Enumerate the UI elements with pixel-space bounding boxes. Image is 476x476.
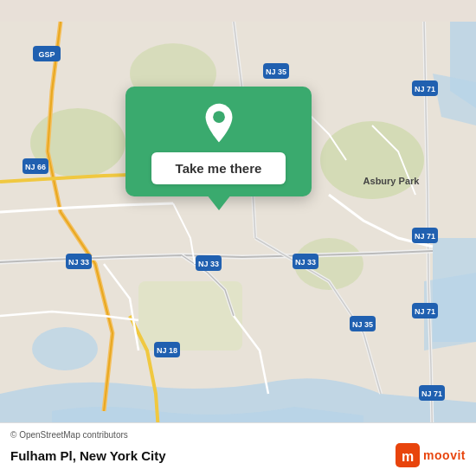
svg-point-5 xyxy=(320,121,424,199)
moovit-brand-name: moovit xyxy=(423,448,466,462)
svg-text:NJ 35: NJ 35 xyxy=(266,68,286,76)
svg-text:GSP: GSP xyxy=(38,50,55,59)
svg-text:NJ 33: NJ 33 xyxy=(295,258,316,267)
copyright-text: © OpenStreetMap contributors xyxy=(10,430,466,440)
location-name: Fulham Pl, New York City xyxy=(10,448,166,463)
svg-point-2 xyxy=(32,327,98,370)
bottom-bar: © OpenStreetMap contributors Fulham Pl, … xyxy=(0,422,476,476)
svg-text:NJ 66: NJ 66 xyxy=(25,163,46,171)
svg-text:NJ 33: NJ 33 xyxy=(198,260,219,268)
svg-text:m: m xyxy=(402,449,414,464)
svg-point-33 xyxy=(213,111,225,123)
svg-text:NJ 35: NJ 35 xyxy=(352,320,373,329)
svg-text:Asbury Park: Asbury Park xyxy=(363,176,421,186)
moovit-logo[interactable]: m moovit xyxy=(396,443,466,467)
moovit-brand-icon: m xyxy=(396,443,420,467)
svg-text:NJ 18: NJ 18 xyxy=(157,346,177,355)
svg-text:NJ 33: NJ 33 xyxy=(68,258,89,267)
location-pin-icon xyxy=(198,102,240,144)
map-container: GSP NJ 35 NJ 71 NJ 66 NJ 33 NJ 33 NJ 33 … xyxy=(0,0,476,476)
map-background: GSP NJ 35 NJ 71 NJ 66 NJ 33 NJ 33 NJ 33 … xyxy=(0,0,476,476)
location-popup: Take me there xyxy=(125,87,312,196)
location-row: Fulham Pl, New York City m moovit xyxy=(10,443,466,467)
svg-text:NJ 71: NJ 71 xyxy=(415,232,435,241)
take-me-there-button[interactable]: Take me there xyxy=(151,152,286,184)
svg-text:NJ 71: NJ 71 xyxy=(415,85,435,93)
svg-text:NJ 71: NJ 71 xyxy=(421,389,442,398)
svg-text:NJ 71: NJ 71 xyxy=(415,307,435,316)
